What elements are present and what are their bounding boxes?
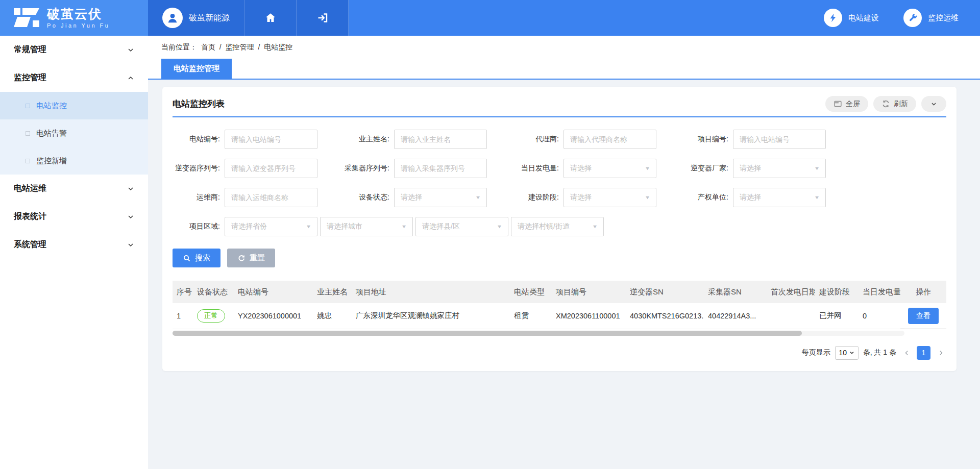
- per-page-select[interactable]: 10: [835, 346, 859, 360]
- breadcrumb-item-station-monitor[interactable]: 电站监控: [264, 43, 292, 51]
- fullscreen-button[interactable]: 全屏: [825, 96, 868, 112]
- horizontal-scrollbar-track[interactable]: [173, 331, 904, 336]
- user-name: 破茧新能源: [189, 13, 230, 23]
- sidebar-item-label: 电站告警: [36, 129, 67, 138]
- page-number-button[interactable]: 1: [917, 346, 930, 360]
- breadcrumb-item-monitoring[interactable]: 监控管理: [226, 43, 254, 51]
- sidebar-group-label: 监控管理: [14, 72, 46, 83]
- field-label: 电站编号:: [172, 135, 225, 144]
- chevron-down-icon: [127, 185, 135, 193]
- breadcrumb-bar: 当前位置： 首页 / 监控管理 / 电站监控 电站监控管理: [148, 36, 980, 80]
- station-table: 序号 设备状态 电站编号 业主姓名 项目地址 电站类型 项目编号 逆变器SN 采…: [173, 281, 904, 329]
- caret-down-icon: ▼: [814, 195, 820, 200]
- view-button[interactable]: 查看: [908, 308, 939, 324]
- project-no-field: 项目编号:: [680, 130, 849, 149]
- quick-link-monitor-ops[interactable]: 监控运维: [903, 9, 959, 27]
- province-select[interactable]: 请选择省份 ▼: [225, 217, 317, 236]
- chevron-up-icon: [127, 74, 135, 82]
- pagination: 每页显示 10 条, 共 1 条 1: [162, 336, 957, 360]
- sidebar-group-monitoring[interactable]: 监控管理: [0, 64, 148, 92]
- collector-sn-field: 采集器序列号:: [341, 159, 510, 178]
- inverter-sn-input[interactable]: [225, 159, 317, 178]
- brand: 破茧云伏 Po Jian Yun Fu: [0, 0, 148, 36]
- cell-device-status: 正常: [193, 303, 234, 329]
- table-zone: 序号 设备状态 电站编号 业主姓名 项目地址 电站类型 项目编号 逆变器SN 采…: [162, 281, 957, 336]
- col-inverter-sn: 逆变器SN: [626, 281, 704, 303]
- sidebar-group-label: 报表统计: [14, 211, 46, 222]
- status-badge: 正常: [197, 309, 225, 323]
- collector-sn-input[interactable]: [394, 159, 487, 178]
- chevron-right-icon: [938, 350, 944, 356]
- search-button[interactable]: 搜索: [173, 249, 220, 267]
- owner-name-input[interactable]: [394, 130, 487, 149]
- ops-vendor-input[interactable]: [225, 188, 317, 207]
- select-placeholder: 请选择村镇/街道: [518, 222, 570, 231]
- sidebar-group-station-ops[interactable]: 电站运维: [0, 175, 148, 203]
- quick-link-label: 监控运维: [928, 13, 959, 23]
- breadcrumb-item-home[interactable]: 首页: [201, 43, 215, 51]
- col-device-status: 设备状态: [193, 281, 234, 303]
- collapse-button[interactable]: [921, 96, 946, 112]
- owner-name-field: 业主姓名:: [341, 130, 510, 149]
- caret-down-icon: ▼: [645, 166, 651, 171]
- cell-owner: 姚忠: [313, 303, 352, 329]
- filter-row: 逆变器序列号: 采集器序列号: 当日发电量: 请选择 ▼ 逆变器厂家:: [172, 159, 946, 178]
- cell-inverter-sn: 4030KMTS216G0213...: [626, 303, 704, 329]
- sidebar-group-system[interactable]: 系统管理: [0, 231, 148, 259]
- refresh-label: 刷新: [894, 100, 908, 109]
- city-select[interactable]: 请选择城市 ▼: [320, 217, 413, 236]
- sidebar-item-station-monitor[interactable]: 电站监控: [0, 92, 148, 119]
- panel-title: 电站监控列表: [173, 98, 225, 110]
- station-no-input[interactable]: [225, 130, 317, 149]
- inverter-vendor-select[interactable]: 请选择 ▼: [733, 159, 826, 178]
- sidebar-group-label: 系统管理: [14, 239, 46, 250]
- user-menu[interactable]: 破茧新能源: [148, 0, 244, 36]
- cell-station-no: YX2023061000001: [234, 303, 313, 329]
- sidebar-item-monitor-add[interactable]: 监控新增: [0, 147, 148, 175]
- daily-power-select[interactable]: 请选择 ▼: [564, 159, 656, 178]
- county-select[interactable]: 请选择县/区 ▼: [415, 217, 508, 236]
- prev-page-button[interactable]: [901, 346, 912, 359]
- horizontal-scrollbar-thumb[interactable]: [173, 331, 802, 336]
- brand-subtitle: Po Jian Yun Fu: [47, 22, 110, 29]
- field-label: 业主姓名:: [341, 135, 394, 144]
- square-icon: [26, 159, 30, 163]
- logout-button[interactable]: [297, 0, 349, 36]
- home-button[interactable]: [244, 0, 297, 36]
- sidebar-item-station-alarm[interactable]: 电站告警: [0, 119, 148, 147]
- property-unit-field: 产权单位: 请选择 ▼: [680, 188, 849, 207]
- caret-down-icon: ▼: [306, 224, 312, 229]
- build-stage-select[interactable]: 请选择 ▼: [564, 188, 656, 207]
- main-content: 当前位置： 首页 / 监控管理 / 电站监控 电站监控管理 电站监控列表 全屏: [148, 36, 980, 469]
- select-placeholder: 请选择: [570, 164, 592, 173]
- agent-input[interactable]: [564, 130, 656, 149]
- tab-station-monitor-management[interactable]: 电站监控管理: [161, 59, 232, 79]
- sidebar-group-general[interactable]: 常规管理: [0, 36, 148, 64]
- top-bar-right: 电站建设 监控运维: [349, 0, 980, 36]
- brand-title: 破茧云伏: [47, 7, 110, 21]
- daily-power-field: 当日发电量: 请选择 ▼: [510, 159, 680, 178]
- town-select[interactable]: 请选择村镇/街道 ▼: [511, 217, 604, 236]
- caret-down-icon: ▼: [475, 195, 481, 200]
- person-icon: [166, 11, 179, 24]
- next-page-button[interactable]: [935, 346, 946, 359]
- select-placeholder: 请选择省份: [231, 222, 267, 231]
- field-label: 项目编号:: [680, 135, 733, 144]
- reset-button[interactable]: 重置: [227, 249, 275, 267]
- device-status-field: 设备状态: 请选择 ▼: [341, 188, 510, 207]
- property-unit-select[interactable]: 请选择 ▼: [733, 188, 826, 207]
- reset-label: 重置: [250, 253, 265, 263]
- wrench-icon: [903, 9, 922, 27]
- refresh-button[interactable]: 刷新: [873, 96, 916, 112]
- device-status-select[interactable]: 请选择 ▼: [394, 188, 487, 207]
- sidebar: 常规管理 监控管理 电站监控 电站告警 监控新增 电站运维 报表统计 系统管理: [0, 36, 148, 469]
- table-row[interactable]: 1 正常 YX2023061000001 姚忠 广东深圳龙华区观澜镇姚家庄村 租…: [173, 303, 904, 329]
- col-station-no: 电站编号: [234, 281, 313, 303]
- caret-down-icon: ▼: [497, 224, 503, 229]
- station-no-field: 电站编号:: [172, 130, 341, 149]
- quick-link-station-build[interactable]: 电站建设: [824, 9, 879, 27]
- field-label: 代理商:: [510, 135, 564, 144]
- sidebar-group-report-stats[interactable]: 报表统计: [0, 203, 148, 231]
- project-no-input[interactable]: [733, 130, 826, 149]
- project-region-field: 项目区域: 请选择省份 ▼ 请选择城市 ▼ 请选择县/区 ▼ 请选择村镇/街道 …: [172, 217, 946, 236]
